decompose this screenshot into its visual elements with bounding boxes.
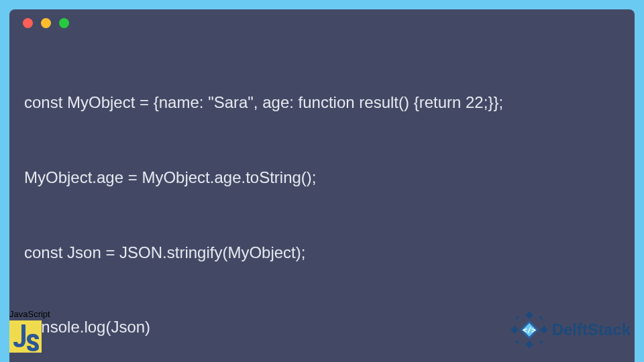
javascript-logo-icon [9, 320, 42, 353]
delftstack-brand-text: DelftStack [552, 320, 631, 339]
javascript-label: JavaScript [9, 309, 50, 319]
svg-text:</>: </> [523, 326, 536, 335]
code-line: const Json = JSON.stringify(MyObject); [24, 240, 620, 265]
code-line: MyObject.age = MyObject.age.toString(); [24, 165, 620, 190]
delftstack-logo-icon: </> [509, 310, 549, 350]
window-titlebar [9, 9, 635, 36]
minimize-icon [41, 18, 51, 28]
maximize-icon [59, 18, 69, 28]
close-icon [23, 18, 33, 28]
code-line: const MyObject = {name: "Sara", age: fun… [24, 90, 620, 115]
javascript-badge: JavaScript [9, 309, 50, 353]
delftstack-badge: </> DelftStack [509, 310, 631, 350]
